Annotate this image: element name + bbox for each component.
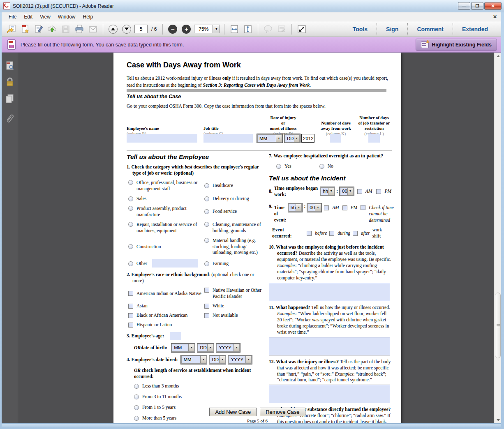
q7-option-yes[interactable]: Yes [276,163,291,169]
save-button[interactable] [60,23,72,35]
q8-pm-checkbox[interactable]: PM [376,188,391,194]
menubar-close-icon[interactable]: ✕ [493,14,497,20]
checkbox-icon[interactable] [357,189,362,194]
event-during-checkbox[interactable]: during [329,230,350,236]
radio-icon[interactable] [204,196,209,201]
attachments-button[interactable] [2,110,18,127]
radio-icon[interactable] [128,222,133,227]
menu-view[interactable]: View [36,13,54,21]
q1-option-product-assembly[interactable]: Product assembly, product manufacture [128,205,204,218]
minimize-button[interactable]: — [458,2,470,10]
radio-icon[interactable] [128,196,133,201]
injury-month-arrow-icon[interactable]: ▼ [276,135,282,142]
injury-day-arrow-icon[interactable]: ▼ [294,135,299,142]
checkbox-icon[interactable] [324,205,329,210]
checkbox-icon[interactable] [329,231,334,236]
email-button[interactable] [87,23,99,35]
cloud-upload-button[interactable] [46,23,58,35]
dropdown-arrow-icon[interactable]: ▼ [234,344,239,351]
checkbox-icon[interactable] [128,304,133,309]
menu-help[interactable]: Help [79,13,97,21]
dropdown-arrow-icon[interactable]: ▼ [328,188,334,195]
dropdown-arrow-icon[interactable]: ▼ [219,356,225,363]
q4-option-3-11mo[interactable]: From 3 to 11 months [134,394,262,400]
q2-option-american-indian[interactable]: American Indian or Alaska Native [128,291,204,297]
radio-icon[interactable] [204,222,209,227]
q1-option-other[interactable]: Other [128,259,204,268]
radio-icon[interactable] [134,394,139,399]
event-hour-select[interactable]: hh▼ [288,203,303,212]
q2-option-white[interactable]: White [204,303,262,309]
print-button[interactable] [74,23,85,35]
radio-icon[interactable] [128,244,133,249]
q2-option-black[interactable]: Black or African American [128,312,204,318]
checkbox-icon[interactable] [204,313,209,318]
checkbox-icon[interactable] [204,288,209,293]
q1-option-food-service[interactable]: Food service [204,208,262,214]
zoom-dropdown-arrow-icon[interactable]: ▼ [213,25,220,33]
fit-width-button[interactable] [229,23,240,35]
hired-year-select[interactable]: YYYY▼ [228,355,252,364]
dob-day-select[interactable]: DD▼ [197,344,214,352]
scroll-down-arrow-icon[interactable] [495,417,502,423]
radio-icon[interactable] [134,384,139,389]
scrollbar-thumb[interactable] [495,293,501,358]
event-before-checkbox[interactable]: before [307,230,327,236]
vertical-scrollbar[interactable] [494,53,501,423]
transfer-days-field[interactable] [368,134,380,143]
add-new-case-button[interactable]: Add New Case [209,408,257,416]
q2-option-not-available[interactable]: Not available [204,312,262,318]
scroll-up-arrow-icon[interactable] [495,53,502,59]
tools-tab[interactable]: Tools [344,26,377,32]
dropdown-arrow-icon[interactable]: ▼ [296,204,301,211]
event-minute-select[interactable]: 00▼ [307,203,321,212]
began-minute-select[interactable]: 00▼ [340,187,354,196]
text-markup-button[interactable] [276,23,287,35]
fit-page-button[interactable] [242,23,254,35]
q1-other-field[interactable] [152,259,198,268]
zoom-level-select[interactable]: 75% ▼ [194,25,220,33]
checkbox-icon[interactable] [307,231,312,236]
comment-tab[interactable]: Comment [408,26,453,32]
next-page-button[interactable] [121,23,132,35]
q9-cannot-checkbox[interactable]: Check if time cannot be determined [361,205,395,224]
q9-pm-checkbox[interactable]: PM [342,205,358,211]
menu-window[interactable]: Window [54,13,79,21]
q10-answer-textarea[interactable] [269,283,390,301]
employee-name-field[interactable] [127,134,197,143]
radio-icon[interactable] [204,183,209,188]
zoom-out-button[interactable]: − [167,23,178,35]
radio-icon[interactable] [204,209,209,214]
q8-am-checkbox[interactable]: AM [357,188,372,194]
dropdown-arrow-icon[interactable]: ▼ [200,356,206,363]
dropdown-arrow-icon[interactable]: ▼ [188,344,194,351]
q2-option-native-hawaiian[interactable]: Native Hawaiian or Other Pacific Islande… [204,287,262,300]
create-pdf-button[interactable] [19,23,31,35]
restore-button[interactable]: ❐ [471,2,483,10]
menu-edit[interactable]: Edit [20,13,36,21]
zoom-in-button[interactable]: + [180,23,192,35]
checkbox-icon[interactable] [353,231,358,236]
menu-file[interactable]: File [5,13,20,21]
radio-icon[interactable] [128,206,133,211]
q12-answer-textarea[interactable] [269,385,390,403]
sign-tab[interactable]: Sign [377,26,407,32]
radio-icon[interactable] [128,261,133,266]
injury-day-select[interactable]: DD ▼ [284,134,300,143]
page-number-input[interactable] [134,25,148,33]
checkbox-icon[interactable] [128,323,133,328]
q2-option-hispanic[interactable]: Hispanic or Latino [128,322,204,328]
close-button[interactable]: ✕ [484,2,502,10]
radio-icon[interactable] [204,238,209,243]
radio-icon[interactable] [276,164,281,169]
q1-option-office[interactable]: Office, professional, business or manage… [128,180,204,192]
highlight-fields-button[interactable]: Highlight Existing Fields [416,39,497,51]
hired-day-select[interactable]: DD▼ [209,355,226,364]
q1-option-healthcare[interactable]: Healthcare [204,182,262,189]
q1-option-delivery[interactable]: Delivery or driving [204,196,262,202]
checkbox-icon[interactable] [204,304,209,309]
checkbox-icon[interactable] [376,189,381,194]
dropdown-arrow-icon[interactable]: ▼ [315,204,321,211]
days-away-field[interactable] [330,134,341,143]
fullscreen-button[interactable] [296,23,307,35]
